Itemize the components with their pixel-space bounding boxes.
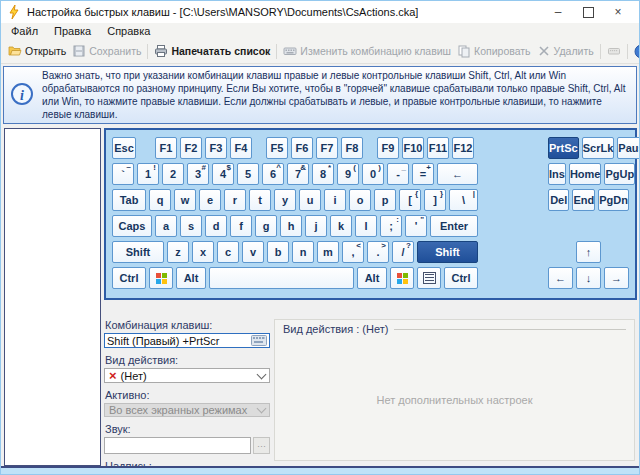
menu-file[interactable]: Файл — [11, 25, 38, 37]
key-=[interactable]: =+ — [412, 163, 434, 185]
key-k[interactable]: k — [330, 215, 352, 237]
key-e[interactable]: e — [199, 189, 221, 211]
key-shift-left[interactable]: Shift — [112, 241, 164, 263]
hotkey-list[interactable] — [4, 128, 101, 466]
key-2[interactable]: 2 — [162, 163, 184, 185]
key-r[interactable]: r — [224, 189, 246, 211]
key-capslock[interactable]: Caps — [112, 215, 152, 237]
key-f2[interactable]: F2 — [180, 137, 202, 159]
key-f5[interactable]: F5 — [266, 137, 288, 159]
key-f7[interactable]: F7 — [316, 137, 338, 159]
key-tab[interactable]: Tab — [112, 189, 146, 211]
key-[[interactable]: [{ — [399, 189, 421, 211]
key-insert[interactable]: Ins — [548, 163, 566, 185]
key-f[interactable]: f — [230, 215, 252, 237]
key-1[interactable]: 1! — [137, 163, 159, 185]
key-arrow-up[interactable]: ↑ — [576, 241, 601, 263]
key-h[interactable]: h — [280, 215, 302, 237]
key-esc[interactable]: Esc — [112, 137, 136, 159]
key-f10[interactable]: F10 — [402, 137, 424, 159]
key-0[interactable]: 0) — [362, 163, 384, 185]
key-home[interactable]: Home — [569, 163, 602, 185]
key-j[interactable]: j — [305, 215, 327, 237]
key-z[interactable]: z — [167, 241, 189, 263]
key-ctrl-left[interactable]: Ctrl — [112, 267, 146, 289]
key-o[interactable]: o — [349, 189, 371, 211]
key-end[interactable]: End — [572, 189, 595, 211]
menu-help[interactable]: Справка — [107, 25, 150, 37]
key-y[interactable]: y — [274, 189, 296, 211]
key-f12[interactable]: F12 — [452, 137, 474, 159]
key-7[interactable]: 7& — [287, 163, 309, 185]
key-prtsc[interactable]: PrtSc — [548, 137, 579, 159]
key-arrow-down[interactable]: ↓ — [576, 267, 601, 289]
key-/[interactable]: /? — [392, 241, 414, 263]
key-5[interactable]: 5 — [237, 163, 259, 185]
key-.[interactable]: .> — [367, 241, 389, 263]
key-t[interactable]: t — [249, 189, 271, 211]
key-backslash[interactable]: \| — [449, 189, 478, 211]
edit-combination-button[interactable]: Изменить комбинацию клавиш — [280, 43, 454, 59]
key-p[interactable]: p — [374, 189, 396, 211]
key-3[interactable]: 3# — [187, 163, 209, 185]
key-x[interactable]: x — [192, 241, 214, 263]
key-enter[interactable]: Enter — [430, 215, 478, 237]
key-shift-right[interactable]: Shift — [417, 241, 478, 263]
key-n[interactable]: n — [292, 241, 314, 263]
browse-sound-button[interactable]: ··· — [253, 437, 270, 454]
delete-button[interactable]: Удалить — [534, 43, 597, 59]
key-arrow-right[interactable]: → — [604, 267, 629, 289]
key-alt-left[interactable]: Alt — [176, 267, 206, 289]
key-a[interactable]: a — [155, 215, 177, 237]
key-d[interactable]: d — [205, 215, 227, 237]
combination-input[interactable] — [105, 335, 250, 347]
active-select[interactable]: Во всех экранных режимах — [104, 403, 270, 417]
key-q[interactable]: q — [149, 189, 171, 211]
key-backspace[interactable]: ← — [437, 163, 478, 185]
maximize-button[interactable] — [573, 2, 603, 22]
keyboard-picker-icon[interactable] — [250, 334, 268, 347]
key-8[interactable]: 8* — [312, 163, 334, 185]
key-f4[interactable]: F4 — [230, 137, 252, 159]
key-v[interactable]: v — [242, 241, 264, 263]
key-l[interactable]: l — [355, 215, 377, 237]
open-button[interactable]: Открыть — [5, 43, 69, 59]
key-delete[interactable]: Del — [548, 189, 569, 211]
key-,[interactable]: ,< — [342, 241, 364, 263]
key-'[interactable]: '" — [405, 215, 427, 237]
key-g[interactable]: g — [255, 215, 277, 237]
key-w[interactable]: w — [174, 189, 196, 211]
key-6[interactable]: 6^ — [262, 163, 284, 185]
print-list-button[interactable]: Напечатать список — [151, 43, 273, 59]
key-f6[interactable]: F6 — [291, 137, 313, 159]
help-button[interactable]: ? — [631, 43, 640, 59]
menu-edit[interactable]: Правка — [54, 25, 91, 37]
key-f11[interactable]: F11 — [427, 137, 449, 159]
sound-input[interactable] — [104, 437, 251, 454]
key-f9[interactable]: F9 — [377, 137, 399, 159]
extra-keyboard-button[interactable] — [604, 43, 624, 59]
key-pgup[interactable]: PgUp — [604, 163, 635, 185]
key-;[interactable]: ;: — [380, 215, 402, 237]
key-menu[interactable] — [417, 267, 441, 289]
key-u[interactable]: u — [299, 189, 321, 211]
close-button[interactable]: × — [603, 2, 633, 22]
key-f8[interactable]: F8 — [341, 137, 363, 159]
key-arrow-left[interactable]: ← — [548, 267, 573, 289]
copy-button[interactable]: Копировать — [454, 43, 534, 59]
key-s[interactable]: s — [180, 215, 202, 237]
key-b[interactable]: b — [267, 241, 289, 263]
key--[interactable]: -_ — [387, 163, 409, 185]
key-pgdn[interactable]: PgDn — [598, 189, 629, 211]
key-9[interactable]: 9( — [337, 163, 359, 185]
key-4[interactable]: 4$ — [212, 163, 234, 185]
action-type-select[interactable]: × (Нет) — [104, 368, 270, 383]
key-scrlk[interactable]: ScrLk — [582, 137, 615, 159]
key-][interactable]: ]} — [424, 189, 446, 211]
save-button[interactable]: Сохранить — [69, 43, 144, 59]
minimize-button[interactable]: – — [543, 2, 573, 22]
key-alt-right[interactable]: Alt — [357, 267, 387, 289]
key-win-right[interactable] — [390, 267, 414, 289]
key-f1[interactable]: F1 — [155, 137, 177, 159]
key-pause[interactable]: Paus — [617, 137, 640, 159]
